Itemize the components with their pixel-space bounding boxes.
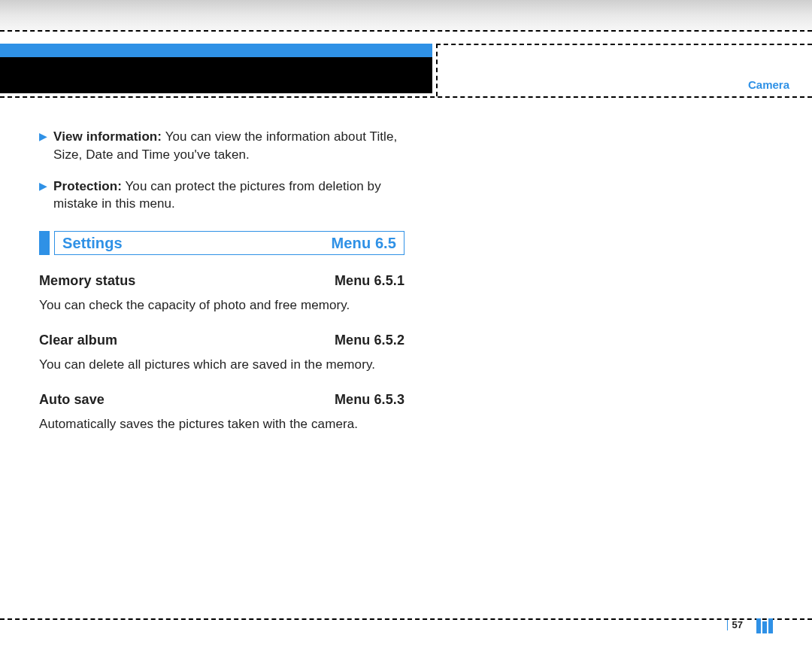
page-content: ▶ View information: You can view the inf… bbox=[39, 128, 404, 433]
page-number-separator-icon bbox=[727, 620, 728, 630]
header-blue-bar bbox=[0, 44, 432, 57]
subsection-row: Auto save Menu 6.5.3 bbox=[39, 390, 404, 409]
subsection-body: You can delete all pictures which are sa… bbox=[39, 356, 404, 374]
bullet-body: Protection: You can protect the pictures… bbox=[53, 178, 404, 214]
bullet-item: ▶ Protection: You can protect the pictur… bbox=[39, 178, 404, 214]
footer-bars-icon bbox=[756, 618, 773, 633]
subsection-title: Auto save bbox=[39, 390, 105, 409]
subsection-title: Memory status bbox=[39, 272, 135, 290]
inner-dash-row bbox=[0, 96, 812, 98]
triangle-icon: ▶ bbox=[39, 179, 47, 214]
header-black-bar bbox=[0, 57, 432, 93]
subsection-menu: Menu 6.5.1 bbox=[335, 272, 404, 290]
heading-menu: Menu 6.5 bbox=[332, 232, 396, 254]
subsection-body: Automatically saves the pictures taken w… bbox=[39, 415, 404, 433]
subsection-row: Clear album Menu 6.5.2 bbox=[39, 331, 404, 350]
bullet-label: Protection: bbox=[53, 179, 122, 193]
heading-bar: Settings Menu 6.5 bbox=[54, 231, 404, 255]
page-number: 57 bbox=[727, 619, 743, 630]
subsection-menu: Menu 6.5.3 bbox=[335, 390, 404, 409]
section-heading: Settings Menu 6.5 bbox=[39, 231, 404, 255]
bullet-body: View information: You can view the infor… bbox=[53, 128, 404, 164]
heading-accent-tab bbox=[39, 231, 50, 255]
top-gradient-band bbox=[0, 0, 812, 30]
inner-dash-vertical bbox=[436, 44, 438, 96]
bullet-item: ▶ View information: You can view the inf… bbox=[39, 128, 404, 164]
triangle-icon: ▶ bbox=[39, 129, 47, 164]
subsection-title: Clear album bbox=[39, 331, 117, 350]
heading-title: Settings bbox=[62, 232, 123, 254]
subsection-menu: Menu 6.5.2 bbox=[335, 331, 404, 350]
outer-dash-bottom bbox=[0, 618, 812, 620]
section-label: Camera bbox=[748, 78, 789, 91]
subsection-body: You can check the capacity of photo and … bbox=[39, 296, 404, 314]
bullet-label: View information: bbox=[53, 129, 162, 144]
inner-dash-top bbox=[436, 44, 812, 45]
page-number-value: 57 bbox=[732, 619, 743, 630]
outer-dash-top bbox=[0, 30, 812, 32]
subsection-row: Memory status Menu 6.5.1 bbox=[39, 272, 404, 290]
